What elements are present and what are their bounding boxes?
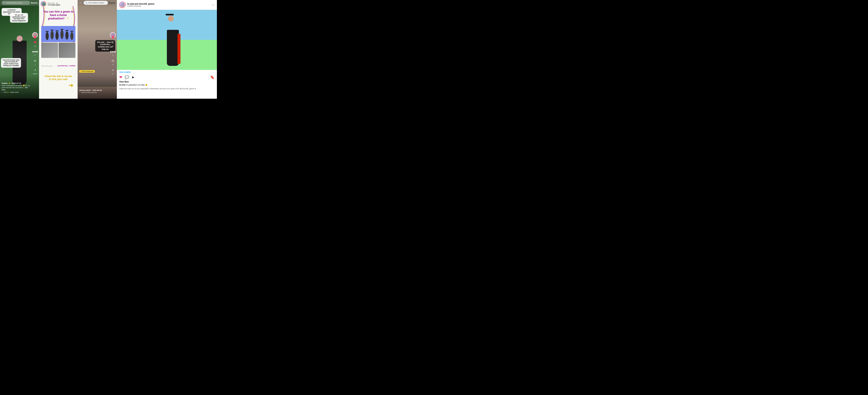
story-watermark-right: @CHURCHILL_GOWNS — [57, 65, 75, 67]
gown-body — [167, 30, 179, 66]
view-insights-button[interactable]: View insights — [117, 70, 217, 74]
story-header: Manchester · 8hr cescageraghty — [39, 0, 78, 8]
search-bar-2: ← 🔍 Find related content Search — [78, 0, 117, 6]
search-icon: 🔍 — [3, 2, 5, 4]
share-icon[interactable]: ↗ — [32, 67, 38, 73]
ig-post-avatar[interactable] — [119, 2, 126, 8]
ig-avatar-image — [120, 2, 125, 8]
like-count: 14 — [34, 45, 36, 47]
person-head — [168, 16, 174, 22]
ig-header-info: liv.chat and churchill_gowns Cardiff Uni… — [127, 3, 210, 7]
ig-caption-text-1: it's graduation szn baby 😊 — [126, 84, 148, 86]
story-images — [41, 26, 75, 58]
like-action-2[interactable]: ♡ 47 — [110, 40, 116, 47]
share-count-2: 1 — [113, 73, 113, 75]
ig-comment-button[interactable]: 💬 — [125, 75, 129, 80]
share-icon-2[interactable]: ↗ — [110, 67, 116, 73]
tiktok-description: Home Graduations are better 😄 got my gow… — [2, 85, 31, 91]
ig-caption-1: liv.chat it's graduation szn baby 😊 — [117, 83, 217, 88]
speech-bubble-2: We got our graduation gown and hats from… — [10, 13, 28, 23]
story-handle: cescageraghty — [48, 4, 60, 6]
tiktok-username-2: denisa.m0227 · 2021-06-15 — [79, 89, 109, 91]
color-box-icon: ■ — [81, 71, 81, 72]
bookmark-icon-2[interactable]: ⊓ — [110, 58, 116, 63]
instagram-actions-row: ❤ 💬 ➤ 🔖 — [117, 74, 217, 80]
ig-likes-text[interactable]: View likes — [117, 80, 217, 83]
instagram-story-panel: Manchester · 8hr cescageraghty You can h… — [39, 0, 78, 99]
back-button-2[interactable]: ← — [79, 1, 82, 4]
search-button-2[interactable]: Search — [108, 2, 115, 4]
search-placeholder-2: Find related content — [88, 2, 104, 4]
music-note-icon: ♪ — [2, 92, 2, 93]
like-action[interactable]: ❤ 14 — [32, 40, 38, 47]
bookmark-icon[interactable]: ⊓ — [32, 58, 38, 63]
more-options-button[interactable]: ⋯ — [211, 3, 215, 7]
story-images-bottom — [41, 43, 75, 58]
creator-avatar-2[interactable]: + — [110, 32, 116, 38]
story-user-info: Manchester · 8hr cescageraghty — [48, 2, 60, 6]
bottom-overlay-2 — [78, 75, 117, 99]
svg-rect-13 — [41, 26, 75, 42]
ig-caption-2: make the most out of your graduation cel… — [117, 88, 217, 91]
ig-caption-username[interactable]: liv.chat — [119, 84, 125, 86]
avatar-image — [41, 2, 46, 7]
story-location: Manchester · 8hr — [48, 2, 60, 4]
ig-bookmark-button[interactable]: 🔖 — [210, 75, 215, 80]
search-bar: 🔍 Find related content Search — [0, 0, 39, 6]
share-action[interactable]: ↗ Share — [32, 67, 38, 75]
tiktok-actions-2: + ♡ 47 ●●● 1 ⊓ 0 ↗ 1 — [110, 32, 116, 75]
comment-action-2[interactable]: ●●● 1 — [110, 49, 116, 56]
gown-red-stripe — [178, 34, 181, 64]
tiktok-panel-1: 🔍 Find related content Search Lockdown g… — [0, 0, 39, 99]
graduation-cap — [166, 14, 174, 16]
tiktok-username: Sophie ✨ · 2020-07-15 — [2, 82, 31, 84]
comment-count-2: 1 — [113, 55, 113, 56]
music-note-icon-2: ♪ — [79, 92, 80, 93]
creator-avatar[interactable]: + — [32, 32, 38, 38]
tiktok-bottom-info-2: denisa.m0227 · 2021-06-15 ♪ ♪ add OG mus… — [79, 89, 109, 93]
tiktok-panel-2: ← 🔍 Find related content Search But wait… — [78, 0, 117, 99]
search-input-wrapper[interactable]: 🔍 Find related content — [2, 1, 30, 5]
bookmark-count-2: 0 — [113, 64, 113, 65]
color-customizer-badge: ■ Color Customizer — [79, 70, 95, 73]
share-action-2[interactable]: ↗ 1 — [110, 67, 116, 75]
story-image-br — [59, 43, 75, 58]
story-image-top — [41, 26, 75, 42]
ig-post-location: Cardiff University — [127, 5, 210, 7]
tiktok-sound-2: ♪ ♪ add OG music sorry (Co — [79, 92, 109, 93]
story-watermark-left: @churchill_gowns — [41, 65, 53, 67]
ig-share-button[interactable]: ➤ — [131, 75, 134, 80]
instagram-post-panel: liv.chat and churchill_gowns Cardiff Uni… — [117, 0, 217, 99]
story-arrow-icon: ➜ — [68, 82, 73, 89]
instagram-post-header: liv.chat and churchill_gowns Cardiff Uni… — [117, 0, 217, 10]
tiktok-bottom-info: Sophie ✨ · 2020-07-15 Home Graduations a… — [2, 82, 31, 93]
comment-icon-2[interactable]: ●●● — [110, 49, 116, 54]
tiktok-actions: + ❤ 14 ●●● 4 ⊓ 1 ↗ Share — [32, 32, 38, 75]
story-top-image-svg — [41, 26, 75, 42]
search-placeholder: Find related content — [6, 2, 22, 4]
speech-bubble-3: Churchill Gowns save approximately 28 pl… — [1, 58, 21, 68]
ig-post-photo — [117, 10, 217, 70]
bookmark-action-2[interactable]: ⊓ 0 — [110, 58, 116, 65]
heart-icon[interactable]: ❤ — [32, 40, 38, 45]
search-button[interactable]: Search — [31, 2, 37, 4]
ig-caption-text-2: make the most out of your graduation cel… — [119, 88, 196, 90]
follow-plus-badge[interactable]: + — [34, 36, 36, 38]
ig-post-username: liv.chat and churchill_gowns — [127, 3, 210, 5]
comment-count: 4 — [35, 55, 35, 56]
share-label: Share — [33, 73, 37, 75]
like-count-2: 47 — [112, 45, 114, 47]
bookmark-count: 1 — [35, 64, 35, 65]
search-icon-2: 🔍 — [85, 2, 88, 4]
ig-like-button[interactable]: ❤ — [119, 75, 122, 80]
story-title: You can hire a gown to have a home gradu… — [42, 10, 74, 20]
comment-action[interactable]: ●●● 4 — [32, 49, 38, 56]
story-image-bl — [41, 43, 58, 58]
bookmark-action[interactable]: ⊓ 1 — [32, 58, 38, 65]
story-creator-avatar[interactable] — [41, 1, 46, 7]
comment-icon[interactable]: ●●● — [32, 49, 38, 54]
grad-person-figure — [163, 16, 183, 66]
heart-icon-2[interactable]: ♡ — [110, 40, 116, 45]
follow-plus-badge-2[interactable]: + — [112, 36, 114, 38]
search-input-wrapper-2[interactable]: 🔍 Find related content — [84, 1, 108, 5]
